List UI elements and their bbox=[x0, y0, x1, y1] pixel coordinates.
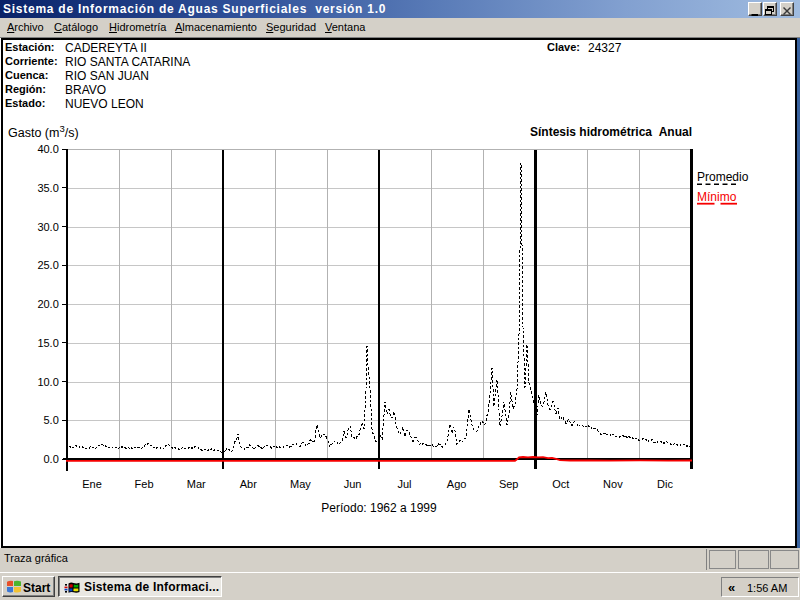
svg-text:Período: 1962 a 1999: Período: 1962 a 1999 bbox=[321, 501, 437, 515]
svg-text:Anual: Anual bbox=[659, 125, 692, 139]
svg-text:Mar: Mar bbox=[187, 478, 206, 490]
svg-text:Ago: Ago bbox=[447, 478, 467, 490]
svg-text:Jun: Jun bbox=[344, 478, 362, 490]
svg-text:10.0: 10.0 bbox=[37, 376, 58, 388]
svg-text:Feb: Feb bbox=[135, 478, 154, 490]
svg-text:0.0: 0.0 bbox=[44, 453, 59, 465]
svg-text:Gasto (m3/s): Gasto (m3/s) bbox=[8, 123, 79, 140]
svg-text:Síntesis hidrométrica: Síntesis hidrométrica bbox=[530, 125, 652, 139]
svg-text:25.0: 25.0 bbox=[37, 259, 58, 271]
svg-text:Abr: Abr bbox=[240, 478, 257, 490]
svg-text:Promedio: Promedio bbox=[697, 170, 749, 184]
svg-text:Nov: Nov bbox=[603, 478, 623, 490]
svg-text:40.0: 40.0 bbox=[37, 143, 58, 155]
svg-text:Mínimo: Mínimo bbox=[697, 190, 737, 204]
svg-text:35.0: 35.0 bbox=[37, 182, 58, 194]
svg-text:Jul: Jul bbox=[397, 478, 411, 490]
svg-text:Sep: Sep bbox=[499, 478, 519, 490]
svg-text:May: May bbox=[290, 478, 311, 490]
svg-text:20.0: 20.0 bbox=[37, 298, 58, 310]
svg-text:15.0: 15.0 bbox=[37, 337, 58, 349]
svg-text:5.0: 5.0 bbox=[44, 414, 59, 426]
svg-text:Dic: Dic bbox=[657, 478, 673, 490]
svg-text:30.0: 30.0 bbox=[37, 221, 58, 233]
svg-text:Oct: Oct bbox=[552, 478, 569, 490]
svg-text:Ene: Ene bbox=[82, 478, 102, 490]
